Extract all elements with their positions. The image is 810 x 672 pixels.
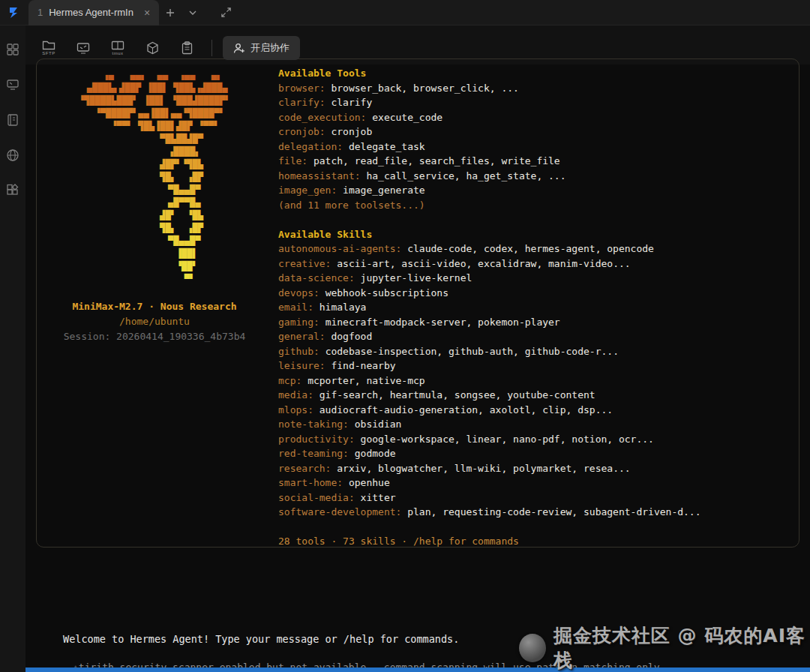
ascii-art-line: ▀█▄▄█▀ bbox=[79, 184, 230, 196]
skills-list-line: software-development: plan, requesting-c… bbox=[278, 505, 788, 520]
ascii-art-line: ▐██▌ bbox=[79, 248, 230, 260]
tools-list-line: cronjob: cronjob bbox=[278, 124, 788, 140]
skills-list-line: note-taking: obsidian bbox=[278, 417, 788, 432]
hexagon-package-button[interactable] bbox=[138, 34, 166, 62]
list-line-label: delegation: bbox=[278, 141, 349, 152]
list-line-label: research: bbox=[278, 463, 337, 474]
list-line-label: autonomous-ai-agents: bbox=[278, 243, 407, 254]
model-name: MiniMax-M2.7 · Nous Research bbox=[72, 299, 236, 314]
intro-right-column: Available Tools browser: browser_back, b… bbox=[278, 66, 788, 540]
skills-heading: Available Skills bbox=[278, 227, 788, 242]
list-line-label: note-taking: bbox=[278, 418, 355, 430]
skills-list-line: smart-home: openhue bbox=[278, 476, 788, 490]
list-line-label: smart-home: bbox=[278, 477, 349, 488]
skills-list-line: mcp: mcporter, native-mcp bbox=[278, 374, 788, 388]
tools-skills-summary: 28 tools · 73 skills · /help for command… bbox=[278, 534, 788, 549]
list-line-label: gaming: bbox=[278, 316, 326, 328]
tools-list-line: image_gen: image_generate bbox=[278, 183, 788, 198]
bottom-accent-bar bbox=[0, 668, 810, 672]
list-line-label: browser: bbox=[278, 82, 331, 94]
list-line-value: openhue bbox=[349, 477, 390, 488]
list-line-value: patch, read_file, search_files, write_fi… bbox=[314, 155, 560, 166]
skills-list: autonomous-ai-agents: claude-code, codex… bbox=[278, 242, 788, 520]
list-line-label: social-media: bbox=[278, 492, 361, 503]
list-line-label: software-development: bbox=[278, 506, 407, 518]
list-line-value: jupyter-live-kernel bbox=[361, 272, 472, 284]
apps-grid-icon[interactable] bbox=[5, 42, 20, 57]
expand-panel-icon[interactable] bbox=[214, 2, 237, 24]
ascii-art-line: ▝██▘ bbox=[79, 260, 230, 273]
ascii-art-line: ▗▄ ▄▄▖ ▄▄ ▗▄▄ ▄▖ bbox=[79, 69, 230, 82]
agent-intro-box: ▗▄ ▄▄▖ ▄▄ ▗▄▄ ▄▖ ▄███▙▖▟██▛ ▐██▌ ▜██▙▗▟█… bbox=[36, 58, 800, 548]
notebook-icon[interactable] bbox=[5, 112, 20, 128]
list-line-label: data-science: bbox=[278, 272, 361, 284]
list-line-value: godmode bbox=[355, 448, 396, 459]
session-id: Session: 20260414_190336_4b73b4 bbox=[64, 329, 246, 344]
list-line-label: mlops: bbox=[278, 404, 320, 416]
terminal-dropdown-chevron-icon[interactable] bbox=[182, 2, 204, 24]
terminal-pane[interactable]: ▗▄ ▄▄▖ ▄▄ ▗▄▄ ▄▖ ▄███▙▖▟██▛ ▐██▌ ▜██▙▗▟█… bbox=[26, 64, 810, 672]
list-line-value: plan, requesting-code-review, subagent-d… bbox=[407, 506, 700, 518]
list-line-label: general: bbox=[278, 331, 331, 342]
ascii-art-line: ▀█▄▄█▀ bbox=[79, 235, 230, 248]
clipboard-button[interactable] bbox=[172, 34, 201, 62]
sftp-button[interactable]: SFTP bbox=[34, 34, 63, 62]
list-line-value: gif-search, heartmula, songsee, youtube-… bbox=[320, 389, 596, 400]
skills-list-line: github: codebase-inspection, github-auth… bbox=[278, 344, 788, 359]
intro-left-column: ▗▄ ▄▄▖ ▄▄ ▗▄▄ ▄▖ ▄███▙▖▟██▛ ▐██▌ ▜██▙▗▟█… bbox=[47, 66, 262, 540]
skills-list-line: research: arxiv, blogwatcher, llm-wiki, … bbox=[278, 461, 788, 476]
ascii-art-line: ▟█▛▘▝▜█▙ bbox=[79, 158, 230, 171]
list-line-value: webhook-subscriptions bbox=[326, 287, 448, 298]
extensions-puzzle-icon[interactable] bbox=[5, 183, 20, 198]
tools-list: browser: browser_back, browser_click, ..… bbox=[278, 81, 788, 198]
ascii-art-line: ▄█▀▀█▄ bbox=[79, 196, 230, 209]
tab-number: 1 bbox=[38, 7, 43, 18]
list-line-label: media: bbox=[278, 389, 320, 400]
skills-list-line: creative: ascii-art, ascii-video, excali… bbox=[278, 256, 788, 272]
ascii-art-line: ▀█▙██▟█▀ bbox=[79, 133, 230, 146]
ascii-art-line: ▜█▖ ▗█▛ bbox=[79, 222, 230, 235]
terminal-tab[interactable]: 1 Hermes Agent-rmIn × bbox=[28, 0, 159, 26]
list-line-label: email: bbox=[278, 302, 320, 313]
sftp-label: SFTP bbox=[42, 51, 55, 56]
ascii-art-line: ▝▀▀▘ ▜█▙▐██▌▟█▛ ▝▀▀▘ bbox=[79, 120, 230, 133]
remote-screen-button[interactable] bbox=[69, 34, 98, 62]
list-line-value: execute_code bbox=[372, 112, 442, 123]
list-line-label: red-teaming: bbox=[278, 448, 355, 459]
list-line-label: code_execution: bbox=[278, 112, 372, 123]
skills-list-line: devops: webhook-subscriptions bbox=[278, 286, 788, 301]
list-line-value: claude-code, codex, hermes-agent, openco… bbox=[407, 243, 654, 254]
skills-list-line: email: himalaya bbox=[278, 300, 788, 315]
list-line-value: ha_call_service, ha_get_state, ... bbox=[366, 170, 566, 182]
ascii-art-line: ▝▀████▛▘▄▄▐██▌▄▄▝▜████▀▘ bbox=[79, 107, 230, 120]
close-tab-icon[interactable]: × bbox=[144, 7, 150, 19]
skills-list-line: leisure: find-nearby bbox=[278, 358, 788, 374]
list-line-value: dogfood bbox=[331, 331, 372, 342]
caduceus-ascii-art: ▗▄ ▄▄▖ ▄▄ ▗▄▄ ▄▖ ▄███▙▖▟██▛ ▐██▌ ▜██▙▗▟█… bbox=[79, 69, 230, 286]
tmux-button[interactable]: tmux bbox=[104, 34, 132, 62]
app-logo-icon[interactable] bbox=[0, 0, 27, 26]
terminal-toolbar: SFTP tmux bbox=[34, 33, 300, 63]
list-line-value: ascii-art, ascii-video, excalidraw, mani… bbox=[337, 258, 630, 269]
home-directory: /home/ubuntu bbox=[119, 314, 190, 329]
tools-heading: Available Tools bbox=[278, 66, 788, 81]
new-terminal-plus-icon[interactable] bbox=[159, 2, 182, 24]
tools-list-line: code_execution: execute_code bbox=[278, 110, 788, 125]
list-line-value: minecraft-modpack-server, pokemon-player bbox=[326, 316, 560, 328]
remote-display-icon[interactable] bbox=[5, 77, 20, 92]
tools-more-line: (and 11 more toolsets...) bbox=[278, 198, 788, 213]
list-line-value: browser_back, browser_click, ... bbox=[331, 82, 518, 94]
globe-tools-icon[interactable] bbox=[5, 148, 20, 163]
tmux-label: tmux bbox=[112, 51, 123, 56]
list-line-label: productivity: bbox=[278, 434, 361, 445]
skills-list-line: general: dogfood bbox=[278, 329, 788, 344]
welcome-message: Welcome to Hermes Agent! Type your messa… bbox=[63, 633, 459, 645]
ascii-art-line: ▄███▙▖▟██▛ ▐██▌ ▜██▙▗▟███▄ bbox=[79, 82, 230, 94]
list-line-value: cronjob bbox=[331, 126, 372, 137]
skills-list-line: mlops: audiocraft-audio-generation, axol… bbox=[278, 403, 788, 418]
start-collaboration-button[interactable]: 开启协作 bbox=[223, 36, 300, 60]
list-line-label: homeassistant: bbox=[278, 170, 366, 182]
ascii-art-line: ▟█▘ ▝█▙ bbox=[79, 209, 230, 222]
tools-list-line: delegation: delegate_task bbox=[278, 140, 788, 154]
list-line-value: find-nearby bbox=[331, 360, 395, 371]
